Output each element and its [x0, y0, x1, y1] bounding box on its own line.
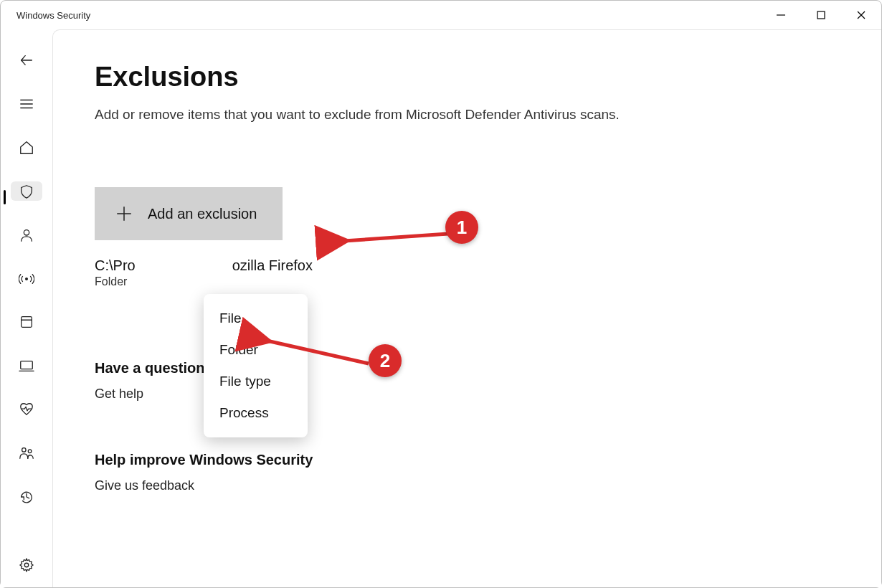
hamburger-icon: [19, 96, 34, 112]
dropdown-item-file[interactable]: File: [204, 303, 308, 334]
sidebar-item-settings[interactable]: [11, 555, 42, 574]
sidebar-item-protection-history[interactable]: [11, 487, 42, 506]
dropdown-item-process[interactable]: Process: [204, 397, 308, 429]
window-title: Windows Security: [16, 10, 90, 21]
svg-line-19: [344, 234, 448, 241]
network-icon: [19, 271, 34, 287]
sidebar-item-app-browser-control[interactable]: [11, 313, 42, 332]
annotation-arrow-2: [260, 335, 374, 371]
svg-point-9: [26, 278, 28, 280]
maximize-button[interactable]: [801, 1, 841, 29]
svg-point-16: [24, 563, 29, 567]
close-button[interactable]: [841, 1, 881, 29]
close-icon: [856, 10, 866, 20]
get-help-link[interactable]: Get help: [95, 387, 143, 402]
app-icon: [19, 314, 34, 330]
add-exclusion-button[interactable]: Add an exclusion: [95, 187, 283, 240]
exclusion-path: C:\Proozilla Firefox: [95, 257, 840, 274]
heart-pulse-icon: [19, 402, 34, 417]
exclusion-type-label: Folder: [95, 275, 840, 288]
sidebar-item-firewall[interactable]: [11, 269, 42, 288]
annotation-callout-2: 2: [369, 344, 402, 377]
main-panel: Exclusions Add or remove items that you …: [52, 29, 881, 587]
sidebar-item-device-security[interactable]: [11, 356, 42, 376]
sidebar-item-virus-protection[interactable]: [11, 181, 42, 201]
app-window: Windows Security: [0, 0, 882, 588]
window-controls: [761, 1, 881, 29]
sidebar-item-home[interactable]: [11, 138, 42, 158]
gear-icon: [19, 557, 34, 573]
svg-rect-10: [22, 317, 32, 328]
back-button[interactable]: [11, 51, 42, 70]
titlebar: Windows Security: [1, 1, 881, 29]
history-icon: [19, 489, 34, 505]
exclusion-entry[interactable]: C:\Proozilla Firefox Folder: [95, 257, 840, 288]
svg-point-15: [28, 450, 32, 453]
give-feedback-link[interactable]: Give us feedback: [95, 478, 194, 493]
minimize-icon: [776, 10, 786, 20]
svg-rect-12: [21, 361, 33, 369]
svg-rect-1: [817, 11, 825, 19]
person-icon: [19, 227, 34, 243]
home-icon: [19, 140, 34, 156]
family-icon: [19, 445, 34, 461]
device-icon: [19, 358, 34, 374]
sidebar-item-account-protection[interactable]: [11, 225, 42, 245]
page-description: Add or remove items that you want to exc…: [95, 107, 840, 123]
minimize-button[interactable]: [761, 1, 801, 29]
improve-heading: Help improve Windows Security: [95, 452, 840, 468]
shield-icon: [19, 184, 34, 199]
plus-icon: [115, 204, 133, 223]
page-title: Exclusions: [95, 62, 840, 93]
sidebar: [1, 29, 52, 587]
sidebar-item-family-options[interactable]: [11, 443, 42, 463]
annotation-arrow-1: [337, 224, 455, 253]
annotation-callout-1: 1: [445, 211, 478, 244]
svg-point-8: [24, 229, 29, 234]
add-exclusion-label: Add an exclusion: [148, 206, 257, 222]
sidebar-item-device-performance[interactable]: [11, 400, 42, 419]
svg-line-20: [267, 341, 369, 364]
maximize-icon: [816, 10, 826, 20]
back-arrow-icon: [19, 52, 34, 68]
svg-point-14: [22, 448, 26, 452]
hamburger-button[interactable]: [11, 95, 42, 114]
